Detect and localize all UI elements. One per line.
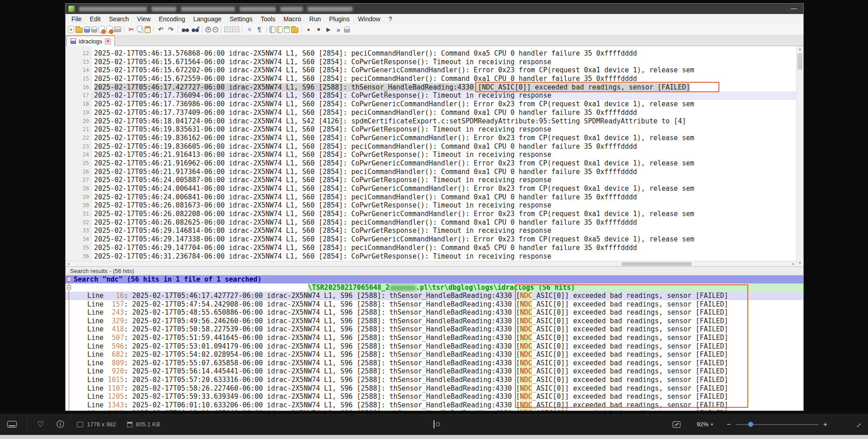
- search-result-row[interactable]: Line 596: 2025-02-17T05:53:01.094179-06:…: [66, 342, 803, 351]
- find-icon[interactable]: [181, 25, 189, 34]
- replace-icon[interactable]: a: [191, 25, 199, 34]
- editor-line[interactable]: 132025-02-17T05:46:15.671564-06:00 idrac…: [66, 58, 796, 66]
- minimize-button[interactable]: —: [791, 5, 797, 12]
- open-file-icon[interactable]: [75, 28, 83, 33]
- editor-horizontal-scrollbar[interactable]: ◄ ►: [66, 261, 796, 266]
- search-result-row[interactable]: Line 920: 2025-02-17T05:56:14.445441-06:…: [66, 367, 803, 376]
- search-result-row[interactable]: Line 1015: 2025-02-17T05:57:20.633316-06…: [66, 376, 803, 384]
- search-result-row[interactable]: Line 1107: 2025-02-17T05:58:26.227460-06…: [66, 384, 803, 393]
- editor-line[interactable]: 332025-02-17T05:46:29.146814-06:00 idrac…: [66, 227, 796, 235]
- macro-record-icon[interactable]: ●: [304, 25, 313, 34]
- save-file-icon[interactable]: [84, 27, 90, 33]
- editor-text-area[interactable]: 122025-02-17T05:46:13.576868-06:00 idrac…: [66, 49, 796, 260]
- search-result-row[interactable]: Line 1429: 2025-02-17T06:03:11.437648-06…: [66, 409, 803, 411]
- editor-line[interactable]: 212025-02-17T05:46:19.835631-06:00 idrac…: [66, 125, 796, 134]
- show-all-characters-icon[interactable]: ¶: [255, 25, 264, 34]
- zoom-slider-handle[interactable]: [748, 422, 753, 427]
- editor-line[interactable]: 192025-02-17T05:46:17.737409-06:00 idrac…: [66, 109, 796, 117]
- filmstrip-toggle-icon[interactable]: [7, 421, 17, 428]
- search-result-row[interactable]: Line 329: 2025-02-17T05:49:56.246260-06:…: [66, 317, 803, 326]
- zoom-out-icon[interactable]: −: [212, 27, 218, 33]
- window-titlebar[interactable]: —: [66, 4, 803, 14]
- editor-line[interactable]: 142025-02-17T05:46:15.672202-06:00 idrac…: [66, 66, 796, 75]
- document-list-icon[interactable]: [277, 26, 283, 33]
- macro-play-icon[interactable]: ▶: [324, 25, 333, 34]
- cut-icon[interactable]: ✂: [127, 25, 136, 34]
- vertical-scrollbar-thumb[interactable]: [797, 53, 802, 70]
- print-icon[interactable]: [114, 27, 121, 32]
- scroll-right-arrow-icon[interactable]: ►: [791, 261, 796, 266]
- search-result-row[interactable]: Line 418: 2025-02-17T05:50:58.227539-06:…: [66, 325, 803, 334]
- search-result-row[interactable]: Line 682: 2025-02-17T05:54:02.028954-06:…: [66, 350, 803, 359]
- editor-vertical-scrollbar[interactable]: ▲ ▼: [796, 46, 803, 266]
- editor-line[interactable]: 262025-02-17T05:46:21.917364-06:00 idrac…: [66, 168, 796, 176]
- search-result-row[interactable]: Line 1343: 2025-02-17T06:01:10.633206-06…: [66, 401, 803, 410]
- function-list-icon[interactable]: [284, 26, 290, 33]
- tab-idraclogs[interactable]: idraclogs ✕: [66, 35, 115, 46]
- editor-line[interactable]: 272025-02-17T05:46:24.005887-06:00 idrac…: [66, 176, 796, 184]
- search-result-row[interactable]: Line 1205: 2025-02-17T05:59:33.639349-06…: [66, 392, 803, 401]
- search-result-row[interactable]: Line 16: 2025-02-17T05:46:17.427727-06:0…: [66, 292, 803, 300]
- search-file-path-row[interactable]: \TSR20250217065648_2.pl\tsr\dbglog\logs\…: [66, 283, 803, 292]
- scroll-left-arrow-icon[interactable]: ◄: [66, 261, 71, 266]
- editor-line[interactable]: 302025-02-17T05:46:26.081673-06:00 idrac…: [66, 201, 796, 210]
- close-file-icon[interactable]: [99, 26, 105, 33]
- undo-icon[interactable]: ↶: [156, 25, 165, 34]
- edit-image-icon[interactable]: [673, 421, 680, 428]
- editor-line[interactable]: 122025-02-17T05:46:13.576868-06:00 idrac…: [66, 49, 796, 58]
- editor-line[interactable]: 322025-02-17T05:46:26.082625-06:00 idrac…: [66, 218, 796, 227]
- editor-line[interactable]: 362025-02-17T05:46:31.236784-06:00 idrac…: [66, 252, 796, 261]
- menu-item-macro[interactable]: Macro: [279, 14, 305, 24]
- editor-line[interactable]: 342025-02-17T05:46:29.147338-06:00 idrac…: [66, 235, 796, 244]
- editor-line[interactable]: 162025-02-17T05:46:17.427727-06:00 idrac…: [66, 83, 796, 92]
- menu-item-encoding[interactable]: Encoding: [155, 14, 189, 24]
- zoom-out-button[interactable]: −: [726, 421, 731, 428]
- editor-line[interactable]: 352025-02-17T05:46:29.147704-06:00 idrac…: [66, 244, 796, 252]
- sync-horizontal-scrolling-icon[interactable]: [232, 27, 239, 32]
- info-icon[interactable]: ⓘ: [57, 420, 64, 428]
- menu-item-run[interactable]: Run: [305, 14, 325, 24]
- editor-line[interactable]: 252025-02-17T05:46:21.916962-06:00 idrac…: [66, 159, 796, 168]
- editor-line[interactable]: 242025-02-17T05:46:21.916413-06:00 idrac…: [66, 151, 796, 159]
- search-result-row[interactable]: Line 507: 2025-02-17T05:51:59.441645-06:…: [66, 334, 803, 342]
- redo-icon[interactable]: ↷: [166, 25, 175, 34]
- zoom-in-icon[interactable]: +: [205, 27, 211, 33]
- scroll-down-arrow-icon[interactable]: ▼: [797, 260, 803, 266]
- sync-vertical-scrolling-icon[interactable]: [224, 27, 231, 32]
- scroll-up-arrow-icon[interactable]: ▲: [797, 46, 803, 52]
- menu-item-edit[interactable]: Edit: [86, 14, 105, 24]
- menu-item-language[interactable]: Language: [189, 14, 226, 24]
- editor-line[interactable]: 172025-02-17T05:46:17.736094-06:00 idrac…: [66, 91, 796, 100]
- editor-line[interactable]: 152025-02-17T05:46:15.672559-06:00 idrac…: [66, 75, 796, 83]
- editor-line[interactable]: 222025-02-17T05:46:19.836162-06:00 idrac…: [66, 134, 796, 142]
- save-all-icon[interactable]: [91, 27, 97, 33]
- menu-item-tools[interactable]: Tools: [256, 14, 279, 24]
- horizontal-scrollbar-thumb[interactable]: [622, 262, 692, 266]
- menu-item-help[interactable]: ?: [384, 14, 396, 24]
- menu-item-file[interactable]: File: [67, 14, 86, 24]
- visual-search-icon[interactable]: [434, 420, 434, 429]
- zoom-level-select[interactable]: 92% ▾: [693, 419, 717, 430]
- document-map-icon[interactable]: [269, 26, 275, 33]
- menu-item-view[interactable]: View: [133, 14, 155, 24]
- menu-item-settings[interactable]: Settings: [226, 14, 257, 24]
- menu-item-search[interactable]: Search: [105, 14, 133, 24]
- close-all-files-icon[interactable]: [106, 26, 113, 33]
- editor-line[interactable]: 292025-02-17T05:46:24.006841-06:00 idrac…: [66, 193, 796, 202]
- favorite-heart-icon[interactable]: ♡: [37, 420, 44, 428]
- editor-line[interactable]: 312025-02-17T05:46:26.082208-06:00 idrac…: [66, 210, 796, 218]
- zoom-slider[interactable]: [736, 421, 819, 428]
- editor-line[interactable]: 182025-02-17T05:46:17.736986-06:00 idrac…: [66, 100, 796, 109]
- paste-icon[interactable]: [145, 26, 151, 33]
- word-wrap-icon[interactable]: ≡: [245, 25, 254, 34]
- search-query-header-row[interactable]: Search "ndc" (56 hits in 1 file of 1 sea…: [66, 275, 803, 283]
- folder-as-workspace-icon[interactable]: [291, 28, 298, 33]
- search-result-row[interactable]: Line 809: 2025-02-17T05:55:07.635858-06:…: [66, 359, 803, 368]
- editor-line[interactable]: 232025-02-17T05:46:19.836605-06:00 idrac…: [66, 142, 796, 151]
- editor-line[interactable]: 282025-02-17T05:46:24.006441-06:00 idrac…: [66, 184, 796, 193]
- copy-icon[interactable]: [137, 26, 142, 32]
- menu-item-window[interactable]: Window: [354, 14, 385, 24]
- fold-collapse-icon[interactable]: [67, 285, 71, 289]
- search-results-list[interactable]: Line 16: 2025-02-17T05:46:17.427727-06:0…: [66, 292, 803, 411]
- macro-save-icon[interactable]: [344, 27, 350, 33]
